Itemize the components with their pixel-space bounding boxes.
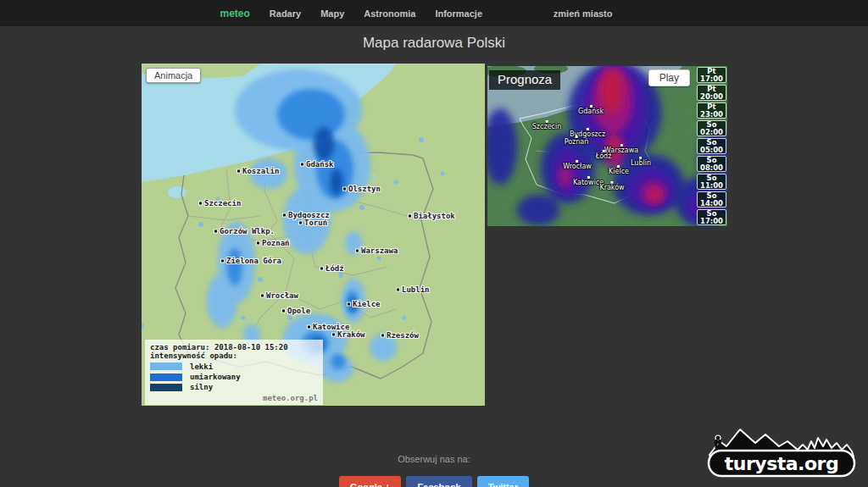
radar-city-label: Kielce bbox=[348, 301, 381, 308]
city-marker-dot bbox=[299, 222, 302, 224]
radar-map-poland: Animacja KoszalinGdańskOlsztynSzczecinBy… bbox=[142, 64, 485, 406]
city-marker-dot bbox=[308, 326, 310, 329]
forecast-time-button-1[interactable]: Pt 20:00 bbox=[697, 85, 726, 101]
legend-level-row: umiarkowany bbox=[150, 373, 318, 381]
forecast-city-label: Gdańsk bbox=[578, 105, 604, 116]
city-marker-dot bbox=[237, 170, 240, 173]
turysta-logo[interactable]: turysta.org bbox=[706, 423, 859, 479]
forecast-time-button-6[interactable]: So 11:00 bbox=[697, 174, 726, 190]
city-marker-dot bbox=[343, 188, 346, 191]
radar-city-label: Kraków bbox=[332, 331, 365, 339]
city-marker-dot bbox=[301, 163, 303, 166]
city-marker-dot bbox=[261, 295, 264, 297]
radar-city-label: Toruń bbox=[299, 219, 327, 227]
city-marker-dot bbox=[221, 260, 224, 263]
legend-measure-label: czas pomiaru: bbox=[150, 343, 209, 351]
legend-levels: lekkiumiarkowanysilny bbox=[150, 362, 318, 392]
legend-measure-value: 2018-08-10 15:20 bbox=[214, 343, 288, 351]
city-marker-dot bbox=[397, 289, 399, 291]
animation-button[interactable]: Animacja bbox=[146, 68, 201, 83]
city-marker-dot bbox=[332, 334, 335, 336]
forecast-map-poland: Prognoza Play SzczecinGdańskBydgoszczPoz… bbox=[487, 66, 727, 226]
forecast-time-button-7[interactable]: So 14:00 bbox=[697, 191, 726, 208]
legend-measure-time: czas pomiaru: 2018-08-10 15:20 bbox=[150, 343, 318, 351]
nav-item-mapy[interactable]: Mapy bbox=[320, 8, 344, 19]
legend-color-swatch bbox=[150, 362, 182, 370]
top-navigation-bar: meteo Radary Mapy Astronomia Informacje … bbox=[0, 0, 868, 26]
city-marker-dot bbox=[199, 202, 202, 205]
forecast-city-label: Kraków bbox=[599, 181, 624, 192]
legend-level-row: lekki bbox=[150, 362, 318, 371]
city-marker-dot bbox=[356, 250, 359, 252]
city-marker-dot bbox=[409, 215, 411, 218]
forecast-time-button-0[interactable]: Pt 17:00 bbox=[697, 67, 726, 83]
radar-city-label: Zielona Góra bbox=[221, 257, 281, 265]
forecast-time-button-2[interactable]: Pt 23:00 bbox=[697, 102, 726, 119]
radar-city-label: Wrocław bbox=[261, 292, 298, 300]
radar-city-label: Warszawa bbox=[356, 247, 398, 255]
radar-city-label: Olsztyn bbox=[343, 185, 381, 193]
radar-city-label: Opole bbox=[282, 307, 310, 315]
radar-city-label: Lublin bbox=[397, 286, 430, 294]
legend-level-label: umiarkowany bbox=[190, 373, 241, 381]
radar-city-label: Gorzów Wlkp. bbox=[214, 228, 275, 235]
city-marker-dot bbox=[214, 230, 217, 233]
forecast-title-overlay: Prognoza bbox=[489, 70, 560, 90]
map-source-watermark: meteo.org.pl bbox=[150, 394, 318, 402]
city-marker-dot bbox=[348, 303, 350, 306]
nav-item-informacje[interactable]: Informacje bbox=[435, 8, 482, 19]
legend-color-swatch bbox=[150, 374, 182, 381]
forecast-time-button-5[interactable]: So 08:00 bbox=[697, 156, 726, 172]
forecast-city-label: Łódź bbox=[596, 150, 612, 161]
legend-level-label: silny bbox=[190, 383, 213, 391]
turysta-logo-text: turysta.org bbox=[725, 453, 838, 474]
radar-city-label: Rzeszów bbox=[381, 332, 419, 340]
nav-item-radary[interactable]: Radary bbox=[270, 8, 301, 19]
radar-city-label: Poznań bbox=[257, 240, 290, 247]
nav-menu: meteo Radary Mapy Astronomia Informacje … bbox=[220, 0, 648, 26]
forecast-time-button-4[interactable]: So 05:00 bbox=[697, 138, 726, 154]
legend-level-row: silny bbox=[150, 383, 318, 391]
legend-color-swatch bbox=[150, 384, 182, 391]
radar-city-label: Gdańsk bbox=[301, 161, 334, 169]
play-button[interactable]: Play bbox=[648, 69, 690, 86]
forecast-city-label: Lublin bbox=[631, 157, 651, 168]
radar-city-label: Białystok bbox=[409, 213, 455, 220]
city-marker-dot bbox=[257, 242, 259, 245]
page-title: Mapa radarowa Polski bbox=[0, 35, 868, 52]
radar-legend: czas pomiaru: 2018-08-10 15:20 intensywn… bbox=[145, 340, 323, 405]
city-marker-dot bbox=[381, 335, 384, 337]
forecast-city-label: Kielce bbox=[609, 165, 629, 176]
radar-city-label: Szczecin bbox=[199, 200, 241, 208]
forecast-time-button-8[interactable]: So 17:00 bbox=[697, 209, 726, 225]
forecast-city-label: Wrocław bbox=[563, 160, 592, 171]
radar-city-label: Łódź bbox=[320, 265, 344, 273]
forecast-city-label: Poznań bbox=[565, 136, 589, 147]
forecast-time-button-3[interactable]: So 02:00 bbox=[697, 120, 726, 136]
brand-logo-meteo[interactable]: meteo bbox=[220, 8, 250, 19]
nav-item-astronomia[interactable]: Astronomia bbox=[364, 8, 415, 19]
social-button-facebook[interactable]: Facebook bbox=[406, 476, 471, 487]
change-city-link[interactable]: zmień miasto bbox=[554, 8, 613, 19]
city-marker-dot bbox=[320, 268, 323, 270]
forecast-city-label: Szczecin bbox=[532, 120, 562, 131]
forecast-time-list: Pt 17:00Pt 20:00Pt 23:00So 02:00So 05:00… bbox=[696, 66, 727, 226]
city-marker-dot bbox=[282, 310, 285, 313]
legend-level-label: lekki bbox=[190, 362, 213, 371]
social-button-google[interactable]: Google + bbox=[339, 476, 401, 487]
social-button-twitter[interactable]: Twitter bbox=[477, 476, 529, 487]
legend-intensity-title: intensywność opadu: bbox=[150, 351, 318, 360]
city-marker-dot bbox=[283, 214, 286, 217]
turysta-logo-graphic: turysta.org bbox=[706, 423, 859, 479]
radar-city-label: Koszalin bbox=[237, 168, 279, 175]
